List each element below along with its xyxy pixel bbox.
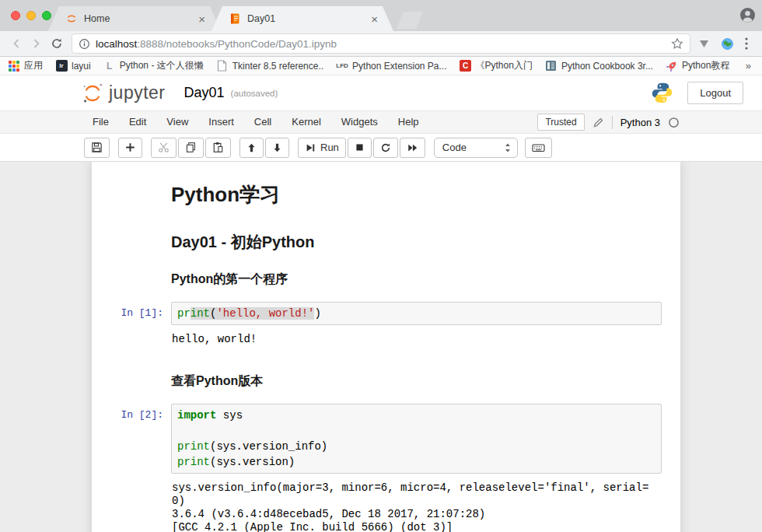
stop-button[interactable]: [348, 138, 372, 158]
fullscreen-window-button[interactable]: [42, 11, 51, 20]
menu-item-help[interactable]: Help: [388, 111, 429, 133]
bookmark-label: 《Python入门: [476, 59, 533, 72]
code-cell[interactable]: In [1]:print('hello, world!')hello, worl…: [93, 297, 680, 352]
bookmark-label: Tkinter 8.5 reference..: [232, 61, 323, 72]
select-arrows-icon: [503, 142, 512, 154]
code-token: print: [177, 440, 210, 453]
toolbar-group: [239, 138, 291, 158]
output-line: hello, world!: [172, 333, 654, 346]
bookmark-item[interactable]: Tkinter 8.5 reference..: [216, 60, 323, 72]
bookmark-star-icon[interactable]: [671, 37, 683, 50]
bookmark-label: Python Extension Pa...: [352, 61, 446, 72]
notebook-book-icon: [229, 12, 241, 25]
menu-item-widgets[interactable]: Widgets: [331, 111, 388, 133]
cell-type-select[interactable]: Code: [434, 138, 518, 158]
menu-item-kernel[interactable]: Kernel: [281, 111, 331, 133]
bookmark-label: Python教程: [682, 59, 729, 72]
new-tab-button[interactable]: [397, 12, 423, 29]
run-icon: [305, 142, 316, 153]
bookmark-item[interactable]: C《Python入门: [460, 59, 533, 72]
tab-close-icon[interactable]: ×: [197, 13, 207, 25]
page-icon: [216, 60, 229, 72]
extension-down-arrow-icon[interactable]: [698, 39, 710, 49]
markdown-cell[interactable]: Python的第一个程序: [93, 266, 680, 297]
code-input[interactable]: import sys print(sys.version_info)print(…: [171, 404, 662, 474]
menu-item-edit[interactable]: Edit: [119, 111, 156, 133]
menu-item-file[interactable]: File: [82, 111, 119, 133]
letter-l-icon: L: [103, 60, 116, 72]
cut-icon: [158, 142, 170, 153]
cell-output: hello, world!: [171, 330, 662, 348]
bookmark-item[interactable]: LPython - 这个人很懒: [103, 59, 204, 72]
menu-item-insert[interactable]: Insert: [198, 111, 244, 133]
browser-tab-home[interactable]: Home×: [48, 6, 221, 31]
autosave-status: (autosaved): [231, 89, 278, 98]
extension-globe-icon[interactable]: [721, 37, 734, 51]
cut-button[interactable]: [151, 138, 177, 158]
add-cell-icon: [125, 142, 135, 152]
layui-icon: lr: [55, 60, 68, 72]
output-line: sys.version_info(major=3, minor=6, micro…: [172, 481, 654, 508]
cell-type-value: Code: [442, 142, 503, 153]
logout-button[interactable]: Logout: [687, 82, 743, 104]
markdown-cell[interactable]: Day01 - 初始Python: [93, 226, 680, 266]
save-button[interactable]: [84, 138, 110, 158]
reload-icon[interactable]: [47, 33, 67, 54]
menu-item-view[interactable]: View: [156, 111, 198, 133]
cell-prompt: [93, 271, 171, 292]
move-down-button[interactable]: [265, 138, 289, 158]
restart-kernel-button[interactable]: [373, 138, 398, 158]
edit-mode-pencil-icon: [592, 117, 604, 128]
command-palette-button[interactable]: [525, 138, 552, 158]
toolbar-group: [84, 138, 111, 158]
tab-close-icon[interactable]: ×: [369, 13, 379, 25]
menu-item-cell[interactable]: Cell: [244, 111, 281, 133]
markdown-heading: Python学习: [171, 182, 662, 207]
code-token: 'hello, world!': [216, 307, 314, 320]
site-info-icon[interactable]: [79, 38, 90, 50]
markdown-cell[interactable]: Python学习: [93, 173, 680, 226]
cell-prompt: [93, 177, 171, 221]
restart-kernel-icon: [380, 142, 391, 153]
jupyter-ring-icon: [65, 12, 78, 25]
kernel-idle-icon: [668, 117, 680, 128]
notebook-title[interactable]: Day01: [184, 85, 225, 101]
bookmark-label: Python Cookbook 3r...: [561, 61, 653, 72]
bookmark-item[interactable]: LFDPython Extension Pa...: [336, 60, 446, 72]
bookmark-item[interactable]: Python教程: [666, 59, 729, 72]
toolbar-group: Run: [298, 138, 427, 158]
bookmarks-overflow-chevron[interactable]: »: [746, 60, 754, 72]
bookmark-item[interactable]: Python Cookbook 3r...: [545, 60, 653, 72]
cell-prompt: In [2]:: [93, 404, 171, 532]
jupyter-logo[interactable]: jupyter: [81, 82, 166, 105]
move-up-button[interactable]: [239, 138, 264, 158]
jupyter-toolbar: Run Code: [0, 134, 762, 162]
back-icon[interactable]: [6, 33, 26, 54]
copy-button[interactable]: [178, 138, 204, 158]
add-cell-button[interactable]: [118, 138, 142, 158]
output-line: 3.6.4 (v3.6.4:d48ecebad5, Dec 18 2017, 2…: [172, 508, 654, 521]
forward-icon[interactable]: [26, 33, 47, 54]
code-cell[interactable]: In [2]:import sys print(sys.version_info…: [93, 399, 680, 532]
paste-button[interactable]: [205, 138, 231, 158]
bookmark-item[interactable]: lrlayui: [55, 60, 91, 72]
close-window-button[interactable]: [11, 11, 20, 20]
minimize-window-button[interactable]: [26, 11, 36, 20]
code-token: print: [177, 456, 210, 468]
code-input[interactable]: print('hello, world!'): [171, 302, 662, 325]
cell-prompt: [93, 357, 171, 394]
bookmark-item[interactable]: 应用: [8, 59, 43, 72]
code-token: int: [190, 307, 210, 320]
markdown-heading: 查看Python版本: [171, 373, 662, 390]
browser-menu-icon[interactable]: [745, 37, 748, 50]
restart-run-all-button[interactable]: [400, 138, 425, 158]
profile-icon[interactable]: [739, 7, 756, 23]
notebook-scroll-area[interactable]: Python学习Day01 - 初始PythonPython的第一个程序In […: [0, 162, 762, 532]
trusted-button[interactable]: Trusted: [537, 114, 584, 131]
notebook-container: Python学习Day01 - 初始PythonPython的第一个程序In […: [92, 162, 680, 532]
run-button[interactable]: Run: [298, 138, 346, 158]
browser-tab-day01[interactable]: Day01×: [211, 6, 393, 31]
address-bar[interactable]: localhost:8888/notebooks/PythonCode/Day0…: [72, 33, 690, 54]
markdown-cell[interactable]: 查看Python版本: [93, 352, 680, 399]
url-text: localhost:8888/notebooks/PythonCode/Day0…: [96, 38, 671, 50]
